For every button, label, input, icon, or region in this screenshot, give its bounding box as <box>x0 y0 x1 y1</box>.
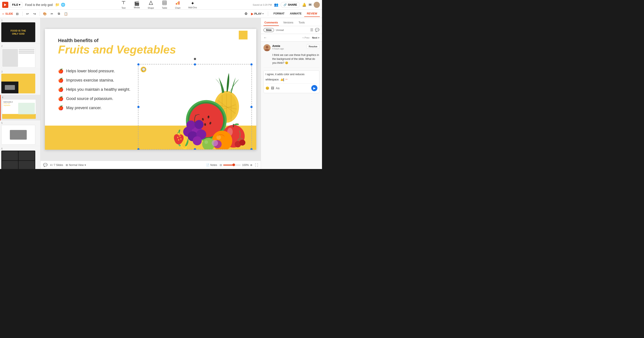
toolbar-table[interactable]: Table <box>160 0 169 10</box>
emoji-icon[interactable]: 😊 <box>266 86 269 90</box>
file-menu-button[interactable]: FILE ▾ <box>10 2 22 8</box>
slide-thumb-6[interactable]: 6 <box>0 146 40 169</box>
slide-canvas[interactable]: Health benefits of Fruits and Vegetables… <box>45 29 256 150</box>
reply-toolbar: 😊 🖼 Aa ▶ <box>266 84 318 91</box>
copy-icon[interactable]: ⧉ <box>56 11 62 17</box>
back-button[interactable]: ← <box>264 36 267 40</box>
canvas-wrapper: Health benefits of Fruits and Vegetables… <box>40 18 261 161</box>
slide-button[interactable]: SLIDE <box>5 12 13 15</box>
scissors-icon[interactable]: ✂ <box>49 11 55 17</box>
people-icon[interactable]: 👥 <box>274 3 278 7</box>
tab-comments[interactable]: Comments <box>264 20 279 26</box>
svg-marker-0 <box>4 4 6 6</box>
format-tabs: FORMAT ANIMATE REVIEW <box>271 11 320 17</box>
tab-review[interactable]: REVIEW <box>304 11 320 17</box>
settings-icon[interactable]: ⚙ <box>244 12 248 16</box>
doc-title: Food is the only god <box>25 3 52 7</box>
handle-top-right[interactable] <box>250 63 252 66</box>
list-view-icon[interactable]: ☰ <box>310 28 313 32</box>
toolbar-shape[interactable]: Shape <box>146 0 156 10</box>
svg-rect-4 <box>162 1 166 5</box>
comment-pin[interactable]: 💬 <box>141 67 146 72</box>
format-text-icon[interactable]: Aa <box>276 86 280 90</box>
add-comment-icon[interactable]: 💬 <box>315 28 319 32</box>
handle-top-left[interactable] <box>137 63 140 66</box>
media-icon: 🎬 <box>134 1 140 6</box>
paste-icon[interactable]: 📋 <box>63 11 69 17</box>
tab-format[interactable]: FORMAT <box>271 11 287 17</box>
folder-icon[interactable]: 📁 <box>55 3 60 7</box>
next-button[interactable]: Next > <box>312 36 319 39</box>
toolbar-chart[interactable]: Chart <box>173 0 182 10</box>
slide-filter[interactable]: Slide <box>264 28 274 32</box>
tab-animate[interactable]: ANIMATE <box>287 11 304 17</box>
globe-icon[interactable]: 🌐 <box>61 3 65 7</box>
handle-top-center[interactable] <box>194 63 196 66</box>
redo-button[interactable]: ↪ <box>32 11 38 17</box>
format-paint-icon[interactable]: 🎨 <box>42 11 48 17</box>
normal-view-button[interactable]: ⊞ Normal View ▾ <box>66 164 86 167</box>
toolbar-media[interactable]: 🎬 Media <box>132 0 142 10</box>
svg-point-38 <box>216 135 221 140</box>
chart-icon <box>175 1 180 6</box>
unread-filter[interactable]: Unread <box>276 29 284 31</box>
zoom-out-icon[interactable]: ⊟ <box>220 164 222 167</box>
slide-thumb-2[interactable]: 2 <box>0 44 40 69</box>
handle-mid-left[interactable] <box>137 106 140 108</box>
handle-bot-center[interactable] <box>194 148 196 150</box>
share-button[interactable]: 🔗 SHARE <box>280 2 300 8</box>
tab-versions[interactable]: Versions <box>282 20 294 26</box>
send-icon: ▶ <box>313 86 316 90</box>
rotate-handle[interactable] <box>194 58 196 60</box>
chat-icon[interactable]: 💬 <box>43 163 48 167</box>
slide-thumb-5[interactable]: 5 <box>0 121 40 146</box>
comment-header: Annie 4 hours ago Resolve <box>264 44 319 51</box>
canvas-area: Health benefits of Fruits and Vegetables… <box>40 18 261 169</box>
prev-button[interactable]: < Prev <box>302 36 310 39</box>
top-right-icons: 👥 <box>274 3 278 7</box>
zoom-thumb[interactable] <box>232 164 235 166</box>
bullet-1: 🍎 Helps lower blood pressure. <box>58 68 130 74</box>
undo-button[interactable]: ↩ <box>25 11 30 17</box>
slide-1-thumbnail: FOOD IS THEONLY GOD <box>1 22 35 42</box>
grid-icon: ⊞ <box>66 164 68 167</box>
resolve-button[interactable]: Resolve <box>307 44 319 49</box>
handle-bot-left[interactable] <box>137 148 140 150</box>
tab-tools[interactable]: Tools <box>298 20 306 26</box>
layout-icon[interactable]: ⊟ <box>14 11 20 17</box>
slide-thumb-4[interactable]: 4 Health benefits of Fruits and Vegetabl… <box>0 95 40 121</box>
slide-thumb-1[interactable]: 1 FOOD IS THEONLY GOD <box>0 18 40 44</box>
slide-panel: 1 FOOD IS THEONLY GOD 2 3 <box>0 18 40 169</box>
image-reply-icon[interactable]: 🖼 <box>271 86 274 90</box>
fruit-image-selection[interactable]: 💬 <box>138 64 252 150</box>
bullet-5: 🍎 May prevent cancer. <box>58 105 130 111</box>
svg-rect-36 <box>233 124 234 127</box>
yellow-square <box>239 31 248 40</box>
handle-bot-right[interactable] <box>250 148 252 150</box>
fullscreen-icon[interactable]: ⛶ <box>255 163 258 167</box>
reply-input[interactable]: I agree, it adds color and reduces white… <box>264 70 319 93</box>
app-logo[interactable] <box>2 2 8 8</box>
slide-subtitle: Health benefits of <box>58 38 176 43</box>
zoom-level: 100% <box>242 164 249 167</box>
zoom-in-icon[interactable]: ⊕ <box>250 164 252 167</box>
comment-thread: Annie 4 hours ago Resolve I think we can… <box>261 42 322 169</box>
slide-thumb-3[interactable]: 3 <box>0 69 40 95</box>
play-button[interactable]: ▶ PLAY ▾ <box>249 11 265 17</box>
svg-rect-10 <box>177 2 178 5</box>
filter-row: Slide Unread ☰ 💬 <box>261 26 322 34</box>
main-content: 1 FOOD IS THEONLY GOD 2 3 <box>0 18 322 169</box>
notes-button[interactable]: 📄 Notes <box>206 164 217 167</box>
svg-rect-9 <box>176 3 177 5</box>
mail-icon[interactable]: ✉ <box>309 3 312 7</box>
user-avatar[interactable] <box>314 2 320 8</box>
toolbar-text[interactable]: Text <box>120 0 128 10</box>
toolbar-addons[interactable]: ✦ Add-Ons <box>186 0 198 10</box>
zoom-slider[interactable] <box>223 165 241 165</box>
send-button[interactable]: ▶ <box>311 85 318 91</box>
handle-mid-right[interactable] <box>250 106 252 108</box>
text-cursor <box>284 78 284 81</box>
add-slide-icon[interactable]: + <box>2 12 4 16</box>
bell-icon[interactable]: 🔔 <box>302 3 306 7</box>
chevron-down-icon: ▾ <box>84 164 86 167</box>
